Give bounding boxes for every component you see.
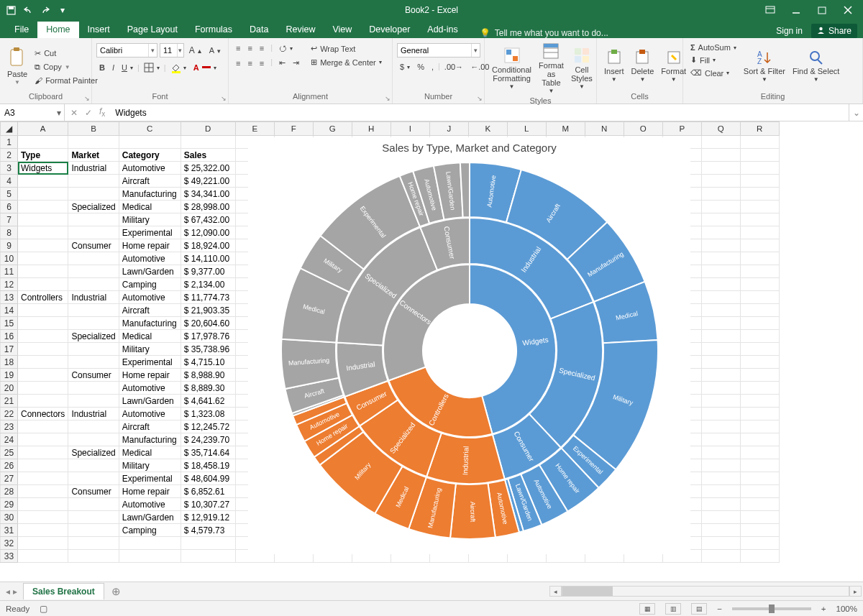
dialog-launcher-icon[interactable]: ↘ [385,95,391,102]
col-header-B[interactable]: B [68,122,119,136]
cell-A33[interactable] [18,550,68,563]
cell-A2[interactable]: Type [18,149,68,162]
page-break-view-icon[interactable]: ▤ [691,603,707,615]
cell-A26[interactable] [18,459,68,472]
scroll-left-button[interactable]: ◂ [549,586,562,597]
cell-B24[interactable] [68,433,119,446]
cell-C18[interactable]: Experimental [119,356,181,369]
row-header[interactable]: 10 [1,252,18,265]
cell-B19[interactable]: Consumer [68,369,119,382]
align-bottom-icon[interactable]: ≡ [257,43,267,53]
row-header[interactable]: 1 [1,136,18,149]
row-header[interactable]: 11 [1,265,18,278]
cell-A25[interactable] [18,446,68,459]
cell-D16[interactable]: $ 17,978.76 [181,330,235,343]
cell-C31[interactable]: Camping [119,524,181,537]
col-header-R[interactable]: R [740,122,779,136]
cell-D14[interactable]: $ 21,903.35 [181,304,235,317]
cell-B11[interactable] [68,265,119,278]
ribbon-tab-page-layout[interactable]: Page Layout [119,22,186,38]
find-select-button[interactable]: Find & Select▼ [790,41,842,92]
cell-A13[interactable]: Controllers [18,291,68,304]
cut-button[interactable]: ✂Cut [32,48,101,59]
cell-D26[interactable]: $ 18,458.19 [181,459,235,472]
cell-Q30[interactable] [701,511,740,524]
cell-Q11[interactable] [701,265,740,278]
cell-B4[interactable] [68,175,119,188]
cell-Q20[interactable] [701,382,740,395]
cell-B1[interactable] [68,136,119,149]
cell-C6[interactable]: Medical [119,201,181,213]
row-header[interactable]: 21 [1,395,18,408]
accounting-format-icon[interactable]: $▾ [397,62,413,72]
cell-A6[interactable] [18,201,68,213]
cell-Q29[interactable] [701,498,740,511]
enter-formula-icon[interactable]: ✓ [85,108,92,118]
dialog-launcher-icon[interactable]: ↘ [221,95,227,102]
tab-scroll-left-icon[interactable]: ◂ [6,587,10,597]
cell-B5[interactable] [68,188,119,201]
cell-R1[interactable] [740,136,779,149]
col-header-N[interactable]: N [585,122,624,136]
close-icon[interactable] [843,5,853,15]
cell-B20[interactable] [68,382,119,395]
row-header[interactable]: 33 [1,550,18,563]
row-header[interactable]: 14 [1,304,18,317]
cell-Q21[interactable] [701,395,740,408]
align-center-icon[interactable]: ≡ [245,58,255,68]
cell-A11[interactable] [18,265,68,278]
share-button[interactable]: Share [811,24,857,38]
cell-C33[interactable] [119,550,181,563]
zoom-level[interactable]: 100% [836,604,857,613]
cell-D1[interactable] [181,136,235,149]
format-painter-button[interactable]: 🖌Format Painter [32,75,101,86]
cell-A31[interactable] [18,524,68,537]
cell-D6[interactable]: $ 28,998.00 [181,201,235,213]
cell-R22[interactable] [740,408,779,420]
cell-B29[interactable] [68,498,119,511]
cell-R18[interactable] [740,356,779,369]
cell-D2[interactable]: Sales [181,149,235,162]
row-header[interactable]: 28 [1,485,18,498]
increase-indent-icon[interactable]: ⇥ [290,58,302,68]
cell-A28[interactable] [18,485,68,498]
qat-customize-icon[interactable]: ▾ [58,5,68,15]
cell-B2[interactable]: Market [68,149,119,162]
cell-Q25[interactable] [701,446,740,459]
wrap-text-button[interactable]: ↩Wrap Text [308,43,385,54]
cell-B23[interactable] [68,420,119,433]
cancel-formula-icon[interactable]: ✕ [70,108,78,118]
ribbon-tab-review[interactable]: Review [277,22,324,38]
cell-C21[interactable]: Lawn/Garden [119,395,181,408]
cell-R8[interactable] [740,226,779,239]
format-as-table-button[interactable]: Format as Table▼ [536,41,567,96]
row-header[interactable]: 30 [1,511,18,524]
sign-in-link[interactable]: Sign in [776,26,803,36]
cell-C29[interactable]: Automotive [119,498,181,511]
cell-R25[interactable] [740,446,779,459]
tell-me-search[interactable]: 💡Tell me what you want to do... [480,28,608,38]
cell-A30[interactable] [18,511,68,524]
cell-C30[interactable]: Lawn/Garden [119,511,181,524]
cell-B32[interactable] [68,537,119,550]
fill-color-button[interactable]: ▾ [168,62,189,73]
cell-C7[interactable]: Military [119,213,181,226]
col-header-O[interactable]: O [624,122,662,136]
cell-R28[interactable] [740,485,779,498]
row-header[interactable]: 13 [1,291,18,304]
cell-D10[interactable]: $ 14,110.00 [181,252,235,265]
cell-B27[interactable] [68,472,119,485]
cell-C3[interactable]: Automotive [119,162,181,175]
cell-B13[interactable]: Industrial [68,291,119,304]
cell-R5[interactable] [740,188,779,201]
cell-Q7[interactable] [701,213,740,226]
cell-A22[interactable]: Connectors [18,408,68,420]
formula-input[interactable] [111,104,849,121]
cell-Q8[interactable] [701,226,740,239]
col-header-J[interactable]: J [429,122,468,136]
cell-Q32[interactable] [701,537,740,550]
cell-B18[interactable] [68,356,119,369]
autosum-button[interactable]: Σ AutoSum▾ [688,42,739,52]
cell-Q4[interactable] [701,175,740,188]
cell-B15[interactable] [68,317,119,330]
